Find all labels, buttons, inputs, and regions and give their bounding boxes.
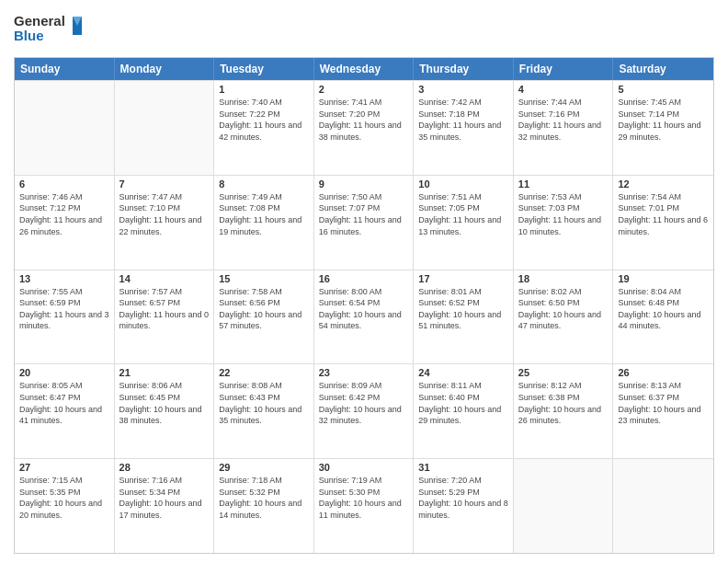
day-info: Sunrise: 7:19 AM Sunset: 5:30 PM Dayligh… <box>319 475 409 521</box>
calendar-cell <box>15 81 115 175</box>
calendar-cell: 25Sunrise: 8:12 AM Sunset: 6:38 PM Dayli… <box>514 364 614 458</box>
calendar-cell: 20Sunrise: 8:05 AM Sunset: 6:47 PM Dayli… <box>15 364 115 458</box>
day-number: 17 <box>418 273 508 284</box>
day-info: Sunrise: 7:46 AM Sunset: 7:12 PM Dayligh… <box>19 191 109 237</box>
day-info: Sunrise: 7:51 AM Sunset: 7:05 PM Dayligh… <box>418 191 508 237</box>
calendar-cell: 15Sunrise: 7:58 AM Sunset: 6:56 PM Dayli… <box>214 270 314 364</box>
day-number: 2 <box>319 84 409 95</box>
day-info: Sunrise: 7:41 AM Sunset: 7:20 PM Dayligh… <box>319 97 409 143</box>
day-info: Sunrise: 8:11 AM Sunset: 6:40 PM Dayligh… <box>418 380 508 426</box>
calendar: SundayMondayTuesdayWednesdayThursdayFrid… <box>14 57 714 554</box>
calendar-cell: 6Sunrise: 7:46 AM Sunset: 7:12 PM Daylig… <box>15 176 115 270</box>
day-number: 22 <box>219 367 309 378</box>
day-info: Sunrise: 7:54 AM Sunset: 7:01 PM Dayligh… <box>618 191 709 237</box>
svg-text:Blue: Blue <box>14 28 44 43</box>
weekday-header: Monday <box>115 58 215 80</box>
header: General Blue <box>14 9 714 50</box>
calendar-row: 13Sunrise: 7:55 AM Sunset: 6:59 PM Dayli… <box>15 270 713 364</box>
day-info: Sunrise: 7:47 AM Sunset: 7:10 PM Dayligh… <box>119 191 210 237</box>
day-info: Sunrise: 7:40 AM Sunset: 7:22 PM Dayligh… <box>219 97 309 143</box>
day-number: 12 <box>618 178 709 190</box>
calendar-cell <box>115 81 215 175</box>
calendar-cell: 7Sunrise: 7:47 AM Sunset: 7:10 PM Daylig… <box>115 176 215 270</box>
day-info: Sunrise: 7:57 AM Sunset: 6:57 PM Dayligh… <box>119 286 210 332</box>
day-info: Sunrise: 7:44 AM Sunset: 7:16 PM Dayligh… <box>518 97 609 143</box>
calendar-cell: 23Sunrise: 8:09 AM Sunset: 6:42 PM Dayli… <box>314 364 415 458</box>
calendar-cell: 10Sunrise: 7:51 AM Sunset: 7:05 PM Dayli… <box>414 176 514 270</box>
day-number: 6 <box>19 178 109 190</box>
day-number: 25 <box>518 367 609 378</box>
day-info: Sunrise: 8:12 AM Sunset: 6:38 PM Dayligh… <box>518 380 609 426</box>
calendar-cell: 14Sunrise: 7:57 AM Sunset: 6:57 PM Dayli… <box>115 270 215 364</box>
calendar-cell: 16Sunrise: 8:00 AM Sunset: 6:54 PM Dayli… <box>314 270 415 364</box>
calendar-cell: 21Sunrise: 8:06 AM Sunset: 6:45 PM Dayli… <box>115 364 215 458</box>
day-info: Sunrise: 7:58 AM Sunset: 6:56 PM Dayligh… <box>219 286 309 332</box>
calendar-cell: 3Sunrise: 7:42 AM Sunset: 7:18 PM Daylig… <box>414 81 514 175</box>
day-info: Sunrise: 7:15 AM Sunset: 5:35 PM Dayligh… <box>19 475 109 521</box>
day-info: Sunrise: 8:04 AM Sunset: 6:48 PM Dayligh… <box>618 286 709 332</box>
calendar-cell: 12Sunrise: 7:54 AM Sunset: 7:01 PM Dayli… <box>613 176 713 270</box>
calendar-cell: 29Sunrise: 7:18 AM Sunset: 5:32 PM Dayli… <box>214 459 314 553</box>
day-number: 30 <box>319 462 409 473</box>
day-info: Sunrise: 7:49 AM Sunset: 7:08 PM Dayligh… <box>219 191 309 237</box>
calendar-row: 27Sunrise: 7:15 AM Sunset: 5:35 PM Dayli… <box>15 458 713 553</box>
calendar-cell: 17Sunrise: 8:01 AM Sunset: 6:52 PM Dayli… <box>414 270 514 364</box>
calendar-row: 6Sunrise: 7:46 AM Sunset: 7:12 PM Daylig… <box>15 175 713 270</box>
day-info: Sunrise: 8:09 AM Sunset: 6:42 PM Dayligh… <box>319 380 409 426</box>
day-number: 3 <box>418 84 508 95</box>
calendar-cell: 28Sunrise: 7:16 AM Sunset: 5:34 PM Dayli… <box>115 459 215 553</box>
day-number: 31 <box>418 462 508 473</box>
calendar-cell: 27Sunrise: 7:15 AM Sunset: 5:35 PM Dayli… <box>15 459 115 553</box>
calendar-cell <box>514 459 614 553</box>
day-number: 7 <box>119 178 210 190</box>
day-info: Sunrise: 8:01 AM Sunset: 6:52 PM Dayligh… <box>418 286 508 332</box>
day-number: 16 <box>319 273 409 284</box>
day-info: Sunrise: 7:20 AM Sunset: 5:29 PM Dayligh… <box>418 475 508 521</box>
day-info: Sunrise: 8:05 AM Sunset: 6:47 PM Dayligh… <box>19 380 109 426</box>
day-number: 26 <box>618 367 709 378</box>
calendar-header: SundayMondayTuesdayWednesdayThursdayFrid… <box>15 58 713 80</box>
calendar-cell: 19Sunrise: 8:04 AM Sunset: 6:48 PM Dayli… <box>613 270 713 364</box>
page: General Blue SundayMondayTuesdayWednesda… <box>0 0 728 563</box>
day-number: 14 <box>119 273 210 284</box>
weekday-header: Friday <box>514 58 614 80</box>
day-info: Sunrise: 7:53 AM Sunset: 7:03 PM Dayligh… <box>518 191 609 237</box>
day-number: 9 <box>319 178 409 190</box>
day-number: 1 <box>219 84 309 95</box>
calendar-row: 1Sunrise: 7:40 AM Sunset: 7:22 PM Daylig… <box>15 80 713 175</box>
calendar-cell: 24Sunrise: 8:11 AM Sunset: 6:40 PM Dayli… <box>414 364 514 458</box>
calendar-cell: 9Sunrise: 7:50 AM Sunset: 7:07 PM Daylig… <box>314 176 415 270</box>
day-info: Sunrise: 8:13 AM Sunset: 6:37 PM Dayligh… <box>618 380 709 426</box>
day-info: Sunrise: 7:42 AM Sunset: 7:18 PM Dayligh… <box>418 97 508 143</box>
day-number: 27 <box>19 462 109 473</box>
calendar-cell: 18Sunrise: 8:02 AM Sunset: 6:50 PM Dayli… <box>514 270 614 364</box>
day-number: 18 <box>518 273 609 284</box>
calendar-cell: 2Sunrise: 7:41 AM Sunset: 7:20 PM Daylig… <box>314 81 415 175</box>
day-info: Sunrise: 8:00 AM Sunset: 6:54 PM Dayligh… <box>319 286 409 332</box>
weekday-header: Saturday <box>613 58 713 80</box>
weekday-header: Tuesday <box>214 58 314 80</box>
day-number: 11 <box>518 178 609 190</box>
day-info: Sunrise: 7:16 AM Sunset: 5:34 PM Dayligh… <box>119 475 210 521</box>
weekday-header: Wednesday <box>314 58 415 80</box>
day-number: 8 <box>219 178 309 190</box>
day-number: 20 <box>19 367 109 378</box>
day-info: Sunrise: 7:50 AM Sunset: 7:07 PM Dayligh… <box>319 191 409 237</box>
day-number: 15 <box>219 273 309 284</box>
day-number: 19 <box>618 273 709 284</box>
day-info: Sunrise: 7:18 AM Sunset: 5:32 PM Dayligh… <box>219 475 309 521</box>
weekday-header: Thursday <box>414 58 514 80</box>
calendar-cell: 5Sunrise: 7:45 AM Sunset: 7:14 PM Daylig… <box>613 81 713 175</box>
day-number: 23 <box>319 367 409 378</box>
day-info: Sunrise: 8:08 AM Sunset: 6:43 PM Dayligh… <box>219 380 309 426</box>
calendar-cell: 11Sunrise: 7:53 AM Sunset: 7:03 PM Dayli… <box>514 176 614 270</box>
day-number: 24 <box>418 367 508 378</box>
day-info: Sunrise: 8:06 AM Sunset: 6:45 PM Dayligh… <box>119 380 210 426</box>
logo: General Blue <box>14 9 87 50</box>
day-info: Sunrise: 7:45 AM Sunset: 7:14 PM Dayligh… <box>618 97 709 143</box>
day-number: 10 <box>418 178 508 190</box>
calendar-row: 20Sunrise: 8:05 AM Sunset: 6:47 PM Dayli… <box>15 363 713 458</box>
calendar-cell: 22Sunrise: 8:08 AM Sunset: 6:43 PM Dayli… <box>214 364 314 458</box>
day-info: Sunrise: 8:02 AM Sunset: 6:50 PM Dayligh… <box>518 286 609 332</box>
day-number: 28 <box>119 462 210 473</box>
